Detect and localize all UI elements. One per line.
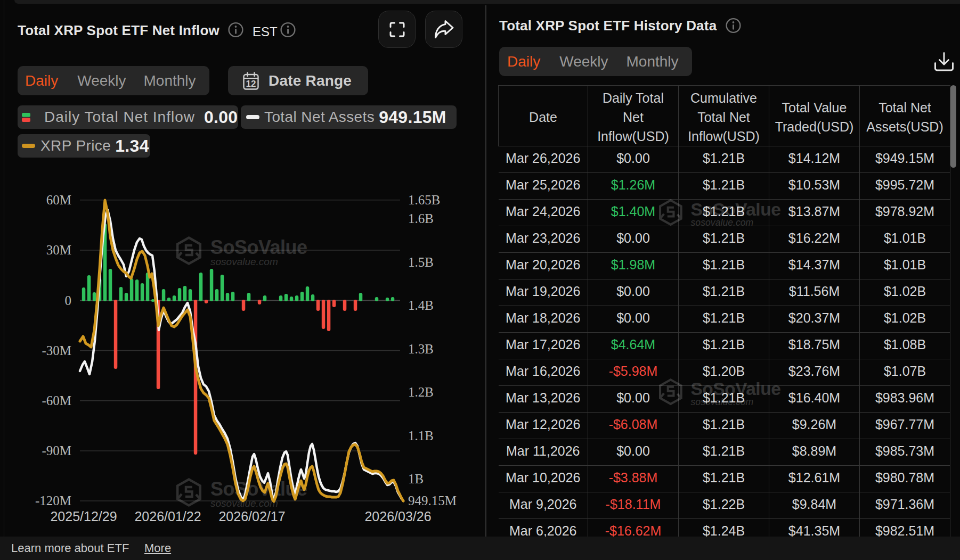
svg-text:2026/01/22: 2026/01/22: [134, 509, 201, 524]
svg-text:sosovalue.com: sosovalue.com: [691, 217, 754, 228]
svg-text:2026/02/17: 2026/02/17: [218, 509, 285, 524]
svg-text:SoSoValue: SoSoValue: [691, 379, 781, 399]
svg-text:SoSoValue: SoSoValue: [210, 236, 307, 258]
svg-text:-30M: -30M: [42, 343, 71, 358]
svg-text:949.15M: 949.15M: [408, 493, 457, 508]
svg-text:-90M: -90M: [42, 443, 71, 458]
svg-text:2025/12/29: 2025/12/29: [50, 509, 117, 524]
svg-text:-60M: -60M: [42, 393, 71, 408]
svg-text:SoSoValue: SoSoValue: [691, 200, 781, 219]
svg-text:0: 0: [65, 293, 72, 308]
svg-text:1B: 1B: [408, 472, 424, 486]
svg-text:30M: 30M: [46, 243, 71, 257]
svg-text:1.1B: 1.1B: [408, 429, 434, 443]
svg-text:2026/03/26: 2026/03/26: [364, 509, 431, 524]
svg-text:1.3B: 1.3B: [408, 342, 434, 356]
svg-text:sosovalue.com: sosovalue.com: [210, 256, 278, 267]
svg-text:1.6B: 1.6B: [408, 211, 434, 226]
svg-text:60M: 60M: [46, 193, 71, 207]
svg-text:-120M: -120M: [35, 493, 71, 508]
svg-text:sosovalue.com: sosovalue.com: [691, 397, 754, 407]
svg-text:1.65B: 1.65B: [408, 193, 440, 207]
svg-text:1.5B: 1.5B: [408, 255, 434, 269]
svg-text:1.4B: 1.4B: [408, 298, 434, 312]
svg-text:1.2B: 1.2B: [408, 385, 434, 399]
